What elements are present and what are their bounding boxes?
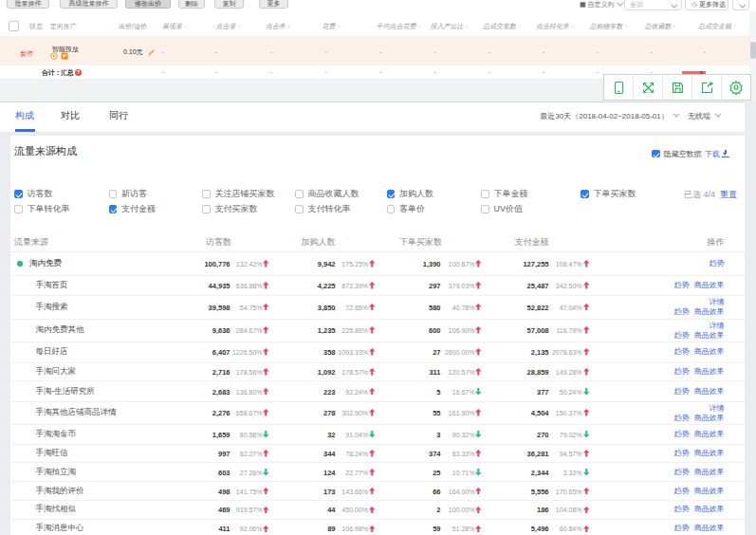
fullscreen-icon[interactable] <box>634 75 663 100</box>
arrow-up-icon <box>369 368 376 376</box>
filter-label: 访客数 <box>28 189 53 198</box>
filter-r2-4[interactable]: 客单价 <box>387 203 426 215</box>
edit-bid-button[interactable]: 修改出价 <box>125 0 171 9</box>
creative-icon[interactable] <box>61 52 68 60</box>
ops-link[interactable]: 详情 <box>710 298 725 306</box>
ops-link[interactable]: 趋势 <box>674 307 690 316</box>
col-promo: 定向推广 <box>50 22 77 31</box>
col-metric-9[interactable]: 总收藏数↑ <box>645 22 676 31</box>
visitors-percent: 136.80% <box>236 388 263 395</box>
ops-link[interactable]: 商品效果 <box>694 449 725 457</box>
ops-link[interactable]: 商品效果 <box>694 347 725 356</box>
filter-r1-4[interactable]: 加购人数 <box>387 188 434 200</box>
ops-link[interactable]: 商品效果 <box>694 430 725 438</box>
delete-button[interactable]: 删除 <box>178 0 205 9</box>
ops-link[interactable]: 趋势 <box>674 468 690 476</box>
ops-link[interactable]: 趋势 <box>674 367 690 376</box>
save-icon[interactable] <box>663 75 692 100</box>
ops-link[interactable]: 商品效果 <box>694 487 725 495</box>
arrow-up-icon <box>475 282 482 289</box>
edit-pencil-icon[interactable] <box>147 48 156 57</box>
ops-link[interactable]: 趋势 <box>674 414 690 422</box>
filter-select[interactable]: 全部 <box>624 0 682 10</box>
share-icon[interactable] <box>692 75 722 100</box>
ops-link[interactable]: 趋势 <box>674 430 690 438</box>
ops-link[interactable]: 趋势 <box>674 505 690 513</box>
col-metric-1[interactable]: 点击量↑ <box>216 22 241 31</box>
ops-link[interactable]: 趋势 <box>674 449 690 457</box>
filter-r1-0[interactable]: 访客数 <box>14 188 53 200</box>
bulk-action-button[interactable]: 批量操作 <box>7 0 49 9</box>
filter-r1-1[interactable]: 新访客 <box>109 188 148 200</box>
settings-icon[interactable] <box>722 75 750 100</box>
ops-link[interactable]: 详情 <box>710 404 725 413</box>
ops-link[interactable]: 商品效果 <box>694 468 725 476</box>
date-range-select[interactable]: 最近30天（2018-04-02~2018-05-01） <box>540 112 679 120</box>
scrollbar-thumb[interactable] <box>750 42 756 59</box>
arrow-up-icon <box>263 526 269 533</box>
filter-r1-2[interactable]: 关注店铺买家数 <box>202 188 275 200</box>
more-filter-button[interactable]: ◷ 更多筛选 <box>685 0 728 10</box>
play-icon[interactable] <box>50 52 58 60</box>
arrow-down-icon <box>583 388 590 396</box>
ops-link[interactable]: 详情 <box>710 322 725 330</box>
col-metric-4[interactable]: 平均点击花费↑ <box>377 22 421 31</box>
checkbox-checked-icon <box>109 205 118 213</box>
filter-r2-0[interactable]: 下单转化率 <box>14 203 70 215</box>
filter-r2-5[interactable]: UV价值 <box>481 203 523 215</box>
col-metric-10[interactable]: 总成交金额↑ <box>698 22 736 31</box>
hide-empty-checkbox[interactable]: 隐藏空数据 <box>652 149 702 159</box>
download-link[interactable]: 下载 <box>705 149 729 159</box>
col-metric-6[interactable]: 总成交笔数↑ <box>483 22 521 31</box>
tab-compare[interactable]: 对比 <box>61 109 80 122</box>
ops-link[interactable]: 趋势 <box>674 331 690 340</box>
campaign-row[interactable]: 暂停 智能投放 0.10元 ----------- <box>0 36 749 65</box>
col-metric-5[interactable]: 投入产出比↑ <box>431 22 469 31</box>
col-metric-2[interactable]: 点击率↑ <box>266 22 290 31</box>
ops-link[interactable]: 趋势 <box>674 387 690 396</box>
ops-link[interactable]: 商品效果 <box>694 387 725 396</box>
arrow-up-icon <box>369 409 376 416</box>
ops-link[interactable]: 趋势 <box>710 259 725 268</box>
payment-value: 25,487 <box>527 281 549 289</box>
filter-r2-3[interactable]: 支付转化率 <box>295 203 351 215</box>
mobile-icon[interactable] <box>604 75 634 100</box>
reset-link[interactable]: 重置 <box>720 189 737 201</box>
more-button[interactable]: 更多 <box>259 0 288 9</box>
select-all-checkbox[interactable] <box>9 21 19 31</box>
filter-r1-6[interactable]: 下单买家数 <box>581 188 636 200</box>
cart-value: 278 <box>323 409 336 417</box>
col-metric-8[interactable]: 总购物车数↑ <box>590 22 628 31</box>
filter-r2-1[interactable]: 支付金额 <box>109 203 157 215</box>
table-row: 手淘搜索39,59854.75%3,85072.65%58040.78%52,8… <box>10 295 745 319</box>
tab-composition[interactable]: 构成 <box>15 109 34 122</box>
column-setting-control[interactable]: ▦ 自定义列 <box>580 0 621 9</box>
tab-peers[interactable]: 同行 <box>109 109 128 122</box>
ops-link[interactable]: 商品效果 <box>694 414 725 422</box>
col-metric-3[interactable]: 花费↑ <box>323 22 341 31</box>
ops-link[interactable]: 商品效果 <box>694 367 725 376</box>
filter-r1-5[interactable]: 下单金额 <box>481 188 528 200</box>
source-name: 手淘淘金币 <box>36 429 77 440</box>
ops-link[interactable]: 商品效果 <box>694 505 725 513</box>
ops-link[interactable]: 商品效果 <box>694 524 725 532</box>
ops-link[interactable]: 趋势 <box>674 347 690 356</box>
ops-link[interactable]: 商品效果 <box>694 331 725 340</box>
col-metric-7[interactable]: 点击转化率↑ <box>536 22 574 31</box>
ops-link[interactable]: 趋势 <box>674 524 690 532</box>
filter-r1-3[interactable]: 商品收藏人数 <box>295 188 360 200</box>
ops-link[interactable]: 趋势 <box>674 281 690 289</box>
collapse-button[interactable] <box>732 0 749 10</box>
filter-label: 支付金额 <box>121 204 156 213</box>
cart-value: 3,850 <box>318 303 336 311</box>
ops-link[interactable]: 商品效果 <box>694 307 725 316</box>
filter-r2-2[interactable]: 支付买家数 <box>202 203 258 215</box>
col-metric-0[interactable]: 展现量↑ <box>162 22 187 31</box>
help-icon[interactable]: ? <box>75 69 82 76</box>
payment-value: 4,504 <box>531 409 549 417</box>
advanced-bulk-action-button[interactable]: 高级批量操作 <box>60 0 118 9</box>
ops-link[interactable]: 趋势 <box>674 487 690 495</box>
ops-link[interactable]: 商品效果 <box>694 281 725 289</box>
terminal-select[interactable]: 无线端 <box>688 112 722 120</box>
copy-button[interactable]: 复制 <box>214 0 244 9</box>
